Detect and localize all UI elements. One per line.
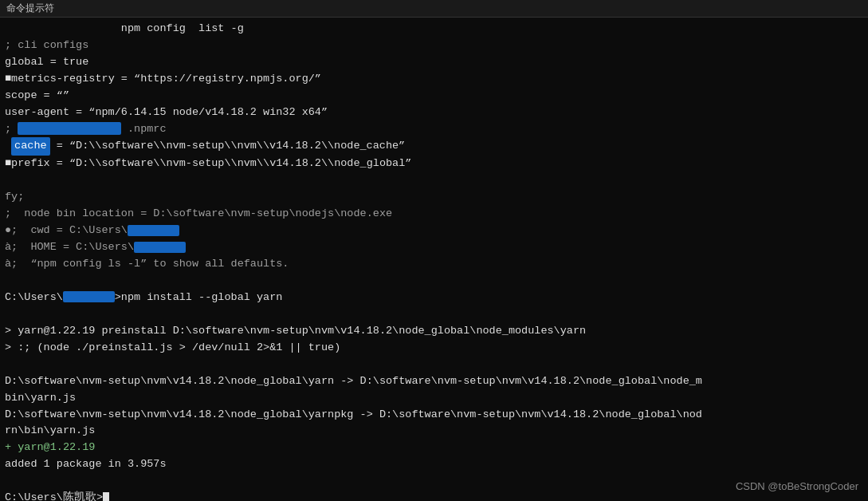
cursor	[103, 492, 109, 501]
terminal-line-added: + yarn@1.22.19	[5, 440, 863, 456]
terminal-line: global = true	[5, 54, 863, 71]
title-bar: 命令提示符	[0, 0, 868, 18]
redacted-block	[63, 291, 115, 302]
terminal-line: ■metrics-registry = “https://registry.np…	[5, 71, 863, 88]
terminal-line: ; node bin location = D:\software\nvm-se…	[5, 206, 863, 223]
terminal-content[interactable]: npm config list -g ; cli configs global …	[0, 18, 868, 501]
redacted-block	[134, 242, 186, 253]
terminal-window: 命令提示符 npm config list -g ; cli configs g…	[0, 0, 868, 501]
terminal-line: bin\yarn.js	[5, 390, 863, 407]
terminal-line: user-agent = “npm/6.14.15 node/v14.18.2 …	[5, 105, 863, 121]
terminal-line: > yarn@1.22.19 preinstall D:\software\nv…	[5, 323, 863, 340]
terminal-line: rn\bin\yarn.js	[5, 423, 863, 440]
terminal-line: fy;	[5, 189, 863, 206]
terminal-line: ●; cwd = C:\Users\	[5, 223, 863, 239]
terminal-line: C:\Users\ >npm install --global yarn	[5, 290, 863, 306]
title-bar-text: 命令提示符	[6, 2, 54, 15]
empty-line	[5, 357, 863, 373]
redacted-block	[18, 122, 121, 135]
terminal-line: > :; (node ./preinstall.js > /dev/null 2…	[5, 340, 863, 357]
terminal-line: D:\software\nvm-setup\nvm\v14.18.2\node_…	[5, 407, 863, 424]
cache-highlight: cache	[11, 137, 50, 156]
terminal-prompt: C:\Users\陈凯歌>	[5, 490, 863, 501]
empty-line	[5, 172, 863, 189]
terminal-line: npm config list -g	[5, 21, 863, 37]
redacted-block	[128, 225, 179, 236]
terminal-line: ; .npmrc	[5, 121, 863, 138]
empty-line	[5, 473, 863, 490]
terminal-line: ■prefix = “D:\\software\\nvm-setup\\nvm\…	[5, 156, 863, 172]
terminal-line: ; cli configs	[5, 37, 863, 54]
empty-line	[5, 273, 863, 290]
watermark-text: CSDN @toBeStrongCoder	[736, 480, 858, 492]
empty-line	[5, 306, 863, 323]
terminal-line: à; “npm config ls -l” to show all defaul…	[5, 256, 863, 273]
terminal-line: D:\software\nvm-setup\nvm\v14.18.2\node_…	[5, 373, 863, 390]
terminal-line: scope = “”	[5, 88, 863, 105]
watermark: CSDN @toBeStrongCoder	[736, 479, 858, 495]
terminal-line: à; HOME = C:\Users\	[5, 239, 863, 256]
terminal-line-cache: cache = “D:\\software\\nvm-setup\\nvm\\v…	[5, 137, 863, 156]
terminal-line: added 1 package in 3.957s	[5, 456, 863, 473]
